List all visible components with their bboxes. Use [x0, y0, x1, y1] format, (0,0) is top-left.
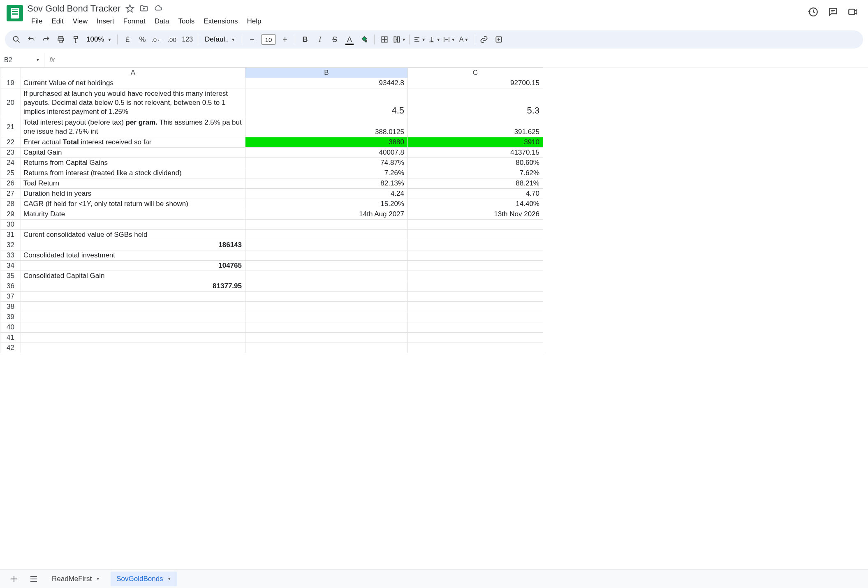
cell[interactable]: 7.26%	[245, 168, 408, 178]
row-header[interactable]: 24	[0, 157, 21, 168]
cell[interactable]	[245, 240, 408, 250]
select-all-corner[interactable]	[0, 68, 21, 78]
row-header[interactable]: 40	[0, 322, 21, 332]
cell[interactable]	[245, 322, 408, 332]
cell[interactable]	[245, 250, 408, 260]
menu-extensions[interactable]: Extensions	[199, 16, 242, 27]
cell[interactable]	[245, 343, 408, 353]
cell[interactable]	[408, 322, 543, 332]
bold-button[interactable]: B	[299, 33, 312, 46]
row-header[interactable]: 41	[0, 332, 21, 343]
cell[interactable]: Current Value of net holdings	[21, 78, 245, 88]
cell[interactable]	[408, 312, 543, 322]
cell[interactable]: Total interest payout (before tax) per g…	[21, 117, 245, 137]
strikethrough-button[interactable]: S	[328, 33, 341, 46]
cell[interactable]: 5.3	[408, 88, 543, 117]
row-header[interactable]: 28	[0, 199, 21, 209]
zoom-select[interactable]: 100%▼	[84, 35, 114, 44]
cell[interactable]	[245, 291, 408, 301]
row-header[interactable]: 37	[0, 291, 21, 301]
row-header[interactable]: 30	[0, 219, 21, 229]
row-header[interactable]: 19	[0, 78, 21, 88]
row-header[interactable]: 35	[0, 271, 21, 281]
star-icon[interactable]	[125, 4, 134, 13]
decrease-font-icon[interactable]: −	[245, 33, 259, 46]
cell[interactable]	[245, 301, 408, 312]
cell[interactable]	[408, 332, 543, 343]
v-align-icon[interactable]: ▼	[428, 33, 441, 46]
menu-insert[interactable]: Insert	[93, 16, 118, 27]
cell[interactable]: 81377.95	[21, 281, 245, 291]
row-header[interactable]: 33	[0, 250, 21, 260]
text-color-button[interactable]: A	[343, 33, 356, 46]
cell[interactable]: 391.625	[408, 117, 543, 137]
row-header[interactable]: 25	[0, 168, 21, 178]
cell[interactable]: 4.70	[408, 188, 543, 199]
text-rotation-icon[interactable]: A▼	[457, 33, 470, 46]
cell[interactable]	[21, 343, 245, 353]
search-icon[interactable]	[10, 33, 23, 46]
cell[interactable]: 186143	[21, 240, 245, 250]
comment-icon[interactable]	[828, 7, 838, 17]
row-header[interactable]: 22	[0, 137, 21, 147]
cell[interactable]	[408, 260, 543, 271]
cell[interactable]: If purchased at launch you would have re…	[21, 88, 245, 117]
row-header[interactable]: 42	[0, 343, 21, 353]
cell[interactable]: Capital Gain	[21, 147, 245, 157]
cell[interactable]: 82.13%	[245, 178, 408, 188]
cell[interactable]: 3910	[408, 137, 543, 147]
decrease-decimal-icon[interactable]: .0←	[150, 33, 164, 46]
cell[interactable]	[408, 271, 543, 281]
currency-button[interactable]: £	[121, 33, 134, 46]
cell[interactable]: Duration held in years	[21, 188, 245, 199]
insert-comment-icon[interactable]	[492, 33, 505, 46]
row-header[interactable]: 20	[0, 88, 21, 117]
wrap-text-icon[interactable]: ▼	[442, 33, 456, 46]
cell[interactable]: 15.20%	[245, 199, 408, 209]
menu-file[interactable]: File	[27, 16, 46, 27]
cell[interactable]	[408, 343, 543, 353]
cell[interactable]	[245, 332, 408, 343]
cell[interactable]: 93442.8	[245, 78, 408, 88]
row-header[interactable]: 23	[0, 147, 21, 157]
cell[interactable]	[245, 260, 408, 271]
cell[interactable]: 3880	[245, 137, 408, 147]
menu-format[interactable]: Format	[119, 16, 150, 27]
cell[interactable]: 40007.8	[245, 147, 408, 157]
row-header[interactable]: 31	[0, 229, 21, 240]
cell[interactable]: 14.40%	[408, 199, 543, 209]
row-header[interactable]: 21	[0, 117, 21, 137]
row-header[interactable]: 27	[0, 188, 21, 199]
cell[interactable]: 388.0125	[245, 117, 408, 137]
row-header[interactable]: 34	[0, 260, 21, 271]
menu-view[interactable]: View	[69, 16, 92, 27]
col-header-c[interactable]: C	[408, 68, 543, 78]
menu-edit[interactable]: Edit	[47, 16, 67, 27]
merge-cells-icon[interactable]: ▼	[393, 33, 406, 46]
cell[interactable]: 80.60%	[408, 157, 543, 168]
spreadsheet-grid[interactable]: A B C 19Current Value of net holdings934…	[0, 67, 868, 353]
cell[interactable]: Returns from interest (treated like a st…	[21, 168, 245, 178]
row-header[interactable]: 26	[0, 178, 21, 188]
redo-icon[interactable]	[39, 33, 53, 46]
fill-color-icon[interactable]	[358, 33, 371, 46]
cell[interactable]	[245, 219, 408, 229]
increase-font-icon[interactable]: +	[278, 33, 292, 46]
cell[interactable]	[245, 229, 408, 240]
cell[interactable]: CAGR (if held for <1Y, only total return…	[21, 199, 245, 209]
cell[interactable]: 4.5	[245, 88, 408, 117]
row-header[interactable]: 38	[0, 301, 21, 312]
cell[interactable]	[408, 250, 543, 260]
cell[interactable]: 14th Aug 2027	[245, 209, 408, 219]
cell[interactable]	[408, 240, 543, 250]
row-header[interactable]: 36	[0, 281, 21, 291]
cell[interactable]	[21, 219, 245, 229]
increase-decimal-icon[interactable]: .00	[165, 33, 178, 46]
row-header[interactable]: 39	[0, 312, 21, 322]
cell[interactable]: Curent consolidated value of SGBs held	[21, 229, 245, 240]
col-header-a[interactable]: A	[21, 68, 245, 78]
font-select[interactable]: Defaul...▼	[201, 35, 238, 44]
cell[interactable]: Enter actual Total interest received so …	[21, 137, 245, 147]
cell[interactable]	[245, 281, 408, 291]
h-align-icon[interactable]: ▼	[413, 33, 426, 46]
